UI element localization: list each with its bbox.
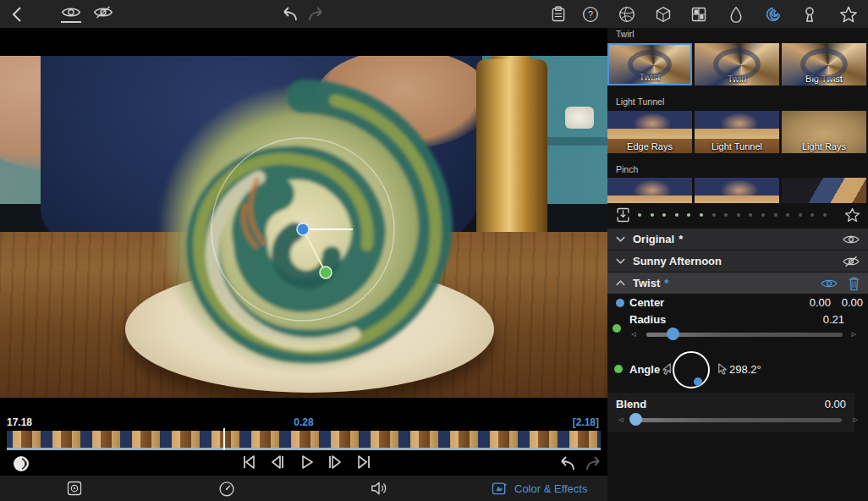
layer-name: Twist	[633, 277, 660, 289]
preset-label: Twirl	[695, 74, 779, 84]
favorite-star-icon[interactable]	[844, 207, 860, 223]
trash-icon[interactable]	[848, 276, 860, 290]
color-wheel-icon[interactable]	[618, 6, 635, 23]
previous-clip-button[interactable]	[239, 453, 258, 471]
chevron-up-icon[interactable]	[615, 279, 626, 287]
play-button[interactable]	[297, 453, 316, 471]
chevron-down-icon[interactable]	[615, 257, 626, 265]
video-preview[interactable]	[0, 56, 607, 398]
layer-row-sunny-afternoon[interactable]: Sunny Afternoon	[607, 250, 868, 273]
blend-slider-track[interactable]	[632, 418, 842, 422]
undo-icon[interactable]	[279, 7, 298, 22]
pager-dot[interactable]	[799, 213, 802, 217]
slider-right-arrow-icon[interactable]: ▹	[853, 414, 858, 425]
star-icon[interactable]	[839, 5, 858, 24]
timeline-playhead[interactable]	[223, 428, 225, 450]
preset-pager-dots[interactable]	[638, 213, 827, 217]
pager-dot[interactable]	[675, 213, 678, 217]
preset-thumb-twirl[interactable]: Twirl	[695, 43, 779, 85]
preset-label: Light Tunnel	[695, 141, 779, 151]
redo-icon[interactable]	[308, 7, 327, 22]
pager-dot[interactable]	[662, 213, 666, 217]
pager-dot[interactable]	[724, 213, 728, 217]
preset-pager-row	[607, 203, 868, 227]
jog-wheel-icon[interactable]	[12, 455, 32, 472]
preset-thumb-light-rays[interactable]: Light Rays	[782, 111, 866, 153]
center-keyframe-dot[interactable]	[616, 299, 624, 307]
timeline-filmstrip[interactable]	[7, 431, 601, 450]
pager-dot[interactable]	[737, 213, 740, 217]
redo-icon-bottom[interactable]	[585, 456, 604, 471]
preset-thumb-pinch-3[interactable]	[782, 178, 866, 203]
preset-section-title: Light Tunnel	[616, 96, 664, 107]
radius-handle-line	[303, 229, 326, 273]
frame-forward-button[interactable]	[326, 453, 344, 471]
twist-visible-eye-icon[interactable]	[821, 278, 838, 289]
angle-keyframe-dot[interactable]	[614, 365, 623, 373]
slider-left-arrow-icon[interactable]: ◃	[631, 328, 636, 339]
speaker-icon[interactable]	[370, 480, 388, 497]
effects-visible-eye-button[interactable]	[61, 6, 81, 23]
preset-thumb-pinch-1[interactable]	[607, 178, 692, 203]
pager-dot[interactable]	[638, 213, 641, 217]
rotate-ccw-cursor-icon[interactable]	[661, 362, 673, 376]
layer-hidden-eye-icon[interactable]	[843, 256, 860, 267]
cube-3d-icon[interactable]	[655, 6, 672, 23]
pager-dot[interactable]	[823, 213, 827, 217]
effects-hidden-eye-button[interactable]	[93, 6, 113, 23]
back-button[interactable]	[12, 7, 22, 22]
download-icon[interactable]	[615, 207, 631, 223]
pager-dot[interactable]	[700, 213, 703, 217]
help-icon[interactable]: ?	[582, 6, 599, 23]
color-effects-button[interactable]: Color & Effects	[491, 480, 587, 497]
angle-value: 298.2°	[729, 363, 761, 376]
pager-dot[interactable]	[749, 213, 752, 217]
speedometer-icon[interactable]	[218, 480, 235, 497]
undo-icon-bottom[interactable]	[557, 456, 575, 471]
slider-left-arrow-icon[interactable]: ◃	[618, 414, 624, 425]
radius-handle[interactable]	[320, 267, 332, 278]
timeline-playhead-time: 0.28	[0, 416, 607, 428]
layer-name: Sunny Afternoon	[633, 255, 722, 267]
keyhole-icon[interactable]	[802, 5, 817, 24]
clipboard-icon[interactable]	[550, 6, 567, 23]
radius-slider-thumb[interactable]	[667, 328, 679, 340]
pager-dot[interactable]	[761, 213, 765, 217]
frame-back-button[interactable]	[268, 453, 287, 471]
preset-label: Light Rays	[782, 141, 866, 151]
preset-thumb-twist[interactable]: Twist	[607, 43, 692, 85]
top-toolbar: ?	[0, 0, 868, 28]
rotate-cw-cursor-icon[interactable]	[716, 362, 728, 376]
chevron-down-icon[interactable]	[615, 235, 626, 243]
preset-thumb-light-tunnel[interactable]: Light Tunnel	[695, 111, 779, 153]
effect-control-overlay[interactable]	[0, 56, 607, 398]
angle-dial-handle[interactable]	[694, 377, 702, 386]
layer-row-original[interactable]: Original *	[607, 228, 868, 250]
pager-dot[interactable]	[687, 213, 690, 217]
layer-modified-badge: *	[678, 233, 683, 245]
frame-collage-icon[interactable]	[690, 6, 707, 23]
pager-dot[interactable]	[774, 213, 777, 217]
pager-dot[interactable]	[786, 213, 789, 217]
slider-right-arrow-icon[interactable]: ▹	[851, 328, 856, 339]
frame-fit-icon[interactable]	[66, 480, 83, 497]
droplet-icon[interactable]	[728, 6, 744, 23]
preset-thumb-pinch-2[interactable]	[695, 178, 779, 203]
angle-dial[interactable]	[673, 351, 710, 388]
layer-visible-eye-icon[interactable]	[843, 234, 860, 245]
editor-stage: 17.18 0.28 [2.18]	[0, 28, 607, 501]
blend-param-label: Blend	[616, 398, 646, 410]
preset-thumb-big-twist[interactable]: Big Twist	[782, 43, 866, 85]
layer-row-twist-header[interactable]: Twist *	[607, 273, 868, 295]
preset-thumb-edge-rays[interactable]: Edge Rays	[607, 111, 692, 153]
pager-dot[interactable]	[712, 213, 716, 217]
next-clip-button[interactable]	[354, 453, 373, 471]
distort-spiral-icon[interactable]	[764, 5, 783, 24]
blend-slider-thumb[interactable]	[629, 413, 642, 426]
center-handle[interactable]	[297, 223, 309, 235]
pager-dot[interactable]	[651, 213, 654, 217]
blend-slider[interactable]: ◃ ▹	[607, 413, 868, 427]
center-param-label: Center	[629, 296, 664, 309]
radius-slider[interactable]: ◃ ▹	[607, 328, 868, 341]
pager-dot[interactable]	[810, 213, 814, 217]
